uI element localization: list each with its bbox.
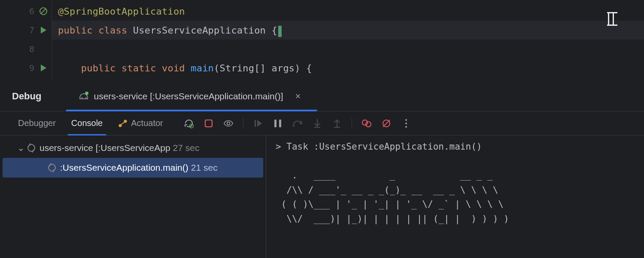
- gutter-line[interactable]: 6: [0, 2, 52, 21]
- svg-rect-9: [274, 120, 276, 127]
- tab-console[interactable]: Console: [64, 111, 110, 135]
- actuator-icon: [118, 119, 128, 128]
- svg-rect-13: [334, 127, 340, 128]
- step-out-button[interactable]: [332, 118, 342, 129]
- svg-point-11: [293, 125, 295, 126]
- svg-point-18: [405, 123, 407, 124]
- code-line[interactable]: @SpringBootApplication: [52, 2, 644, 21]
- no-entry-icon[interactable]: [39, 6, 48, 16]
- show-watches-button[interactable]: [223, 118, 234, 129]
- more-actions-button[interactable]: [401, 118, 411, 129]
- debug-toolbar: Debugger Console Actuator: [0, 111, 644, 135]
- svg-point-7: [227, 122, 229, 124]
- gutter-line[interactable]: 9: [0, 58, 52, 77]
- view-breakpoints-button[interactable]: [361, 118, 372, 129]
- mute-breakpoints-button[interactable]: [381, 118, 392, 129]
- gutter-line[interactable]: 8: [0, 40, 52, 58]
- step-over-button[interactable]: [292, 118, 303, 129]
- svg-point-19: [405, 126, 407, 128]
- gutter: 6789: [0, 0, 52, 81]
- code-area[interactable]: @SpringBootApplicationpublic class Users…: [52, 0, 644, 81]
- elephant-icon: [78, 92, 89, 101]
- caret-icon: [278, 26, 282, 37]
- tree-root-label: users-service [:UsersServiceApp: [39, 143, 170, 153]
- console-output[interactable]: > Task :UsersServiceApplication.main() .…: [266, 135, 644, 258]
- debug-panel-title: Debug: [12, 91, 41, 102]
- code-line[interactable]: public static void main(String[] args) {: [52, 58, 644, 77]
- tree-root-time: 27 sec: [173, 143, 200, 153]
- debug-tool-window: Debug users-service [:UsersServiceApplic…: [0, 81, 644, 258]
- tree-root-row[interactable]: ⌄ users-service [:UsersServiceApp 27 sec: [0, 138, 266, 158]
- rerun-button[interactable]: [184, 118, 194, 129]
- debug-run-tab[interactable]: users-service [:UsersServiceApplication.…: [75, 81, 304, 111]
- run-gutter-icon[interactable]: [39, 63, 48, 73]
- svg-point-5: [191, 125, 192, 126]
- svg-point-17: [405, 119, 407, 121]
- debug-content: ⌄ users-service [:UsersServiceApp 27 sec…: [0, 135, 644, 258]
- tree-child-time: 21 sec: [191, 163, 218, 173]
- loading-spinner-icon: [48, 164, 56, 172]
- pause-button[interactable]: [273, 118, 283, 129]
- code-line[interactable]: public class UsersServiceApplication {: [52, 21, 644, 40]
- tab-debugger[interactable]: Debugger: [10, 111, 64, 135]
- svg-rect-10: [279, 120, 281, 127]
- tree-child-label: :UsersServiceApplication.main(): [60, 163, 188, 173]
- svg-rect-12: [314, 127, 320, 128]
- svg-point-1: [85, 92, 88, 95]
- step-into-button[interactable]: [312, 118, 322, 129]
- tab-actuator[interactable]: Actuator: [110, 111, 170, 135]
- code-line[interactable]: [52, 40, 644, 58]
- svg-rect-8: [255, 120, 256, 127]
- run-gutter-icon[interactable]: [39, 25, 48, 35]
- chevron-down-icon[interactable]: ⌄: [17, 143, 25, 153]
- stop-button[interactable]: [204, 118, 214, 129]
- tree-child-row[interactable]: :UsersServiceApplication.main() 21 sec: [3, 158, 263, 178]
- text-cursor-icon: [608, 12, 614, 26]
- separator: [243, 118, 243, 129]
- task-tree[interactable]: ⌄ users-service [:UsersServiceApp 27 sec…: [0, 135, 266, 258]
- gutter-line[interactable]: 7: [0, 21, 52, 40]
- svg-rect-6: [205, 120, 212, 127]
- separator: [352, 118, 352, 129]
- debug-header: Debug users-service [:UsersServiceApplic…: [0, 81, 644, 111]
- close-tab-button[interactable]: ×: [295, 91, 301, 102]
- resume-button[interactable]: [253, 118, 263, 129]
- code-editor[interactable]: 6789 @SpringBootApplicationpublic class …: [0, 0, 644, 81]
- debug-run-tab-label: users-service [:UsersServiceApplication.…: [94, 91, 283, 101]
- loading-spinner-icon: [27, 144, 35, 152]
